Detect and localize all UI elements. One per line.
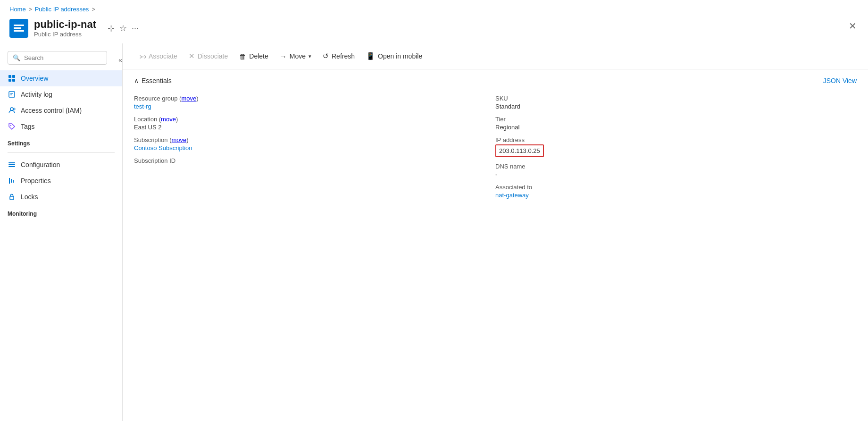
essentials-grid: Resource group (move) test-rg Location (… [134,92,857,202]
move-button[interactable]: → Move ▾ [275,50,316,63]
sidebar: 🔍 « Overview [0,43,123,421]
essentials-right-col: SKU Standard Tier Regional IP address 20… [495,92,857,202]
refresh-button[interactable]: ↺ Refresh [318,49,359,63]
location-move-link[interactable]: move [161,116,176,123]
sidebar-item-overview[interactable]: Overview [0,70,122,86]
refresh-label: Refresh [332,52,355,60]
essentials-chevron-icon: ∧ [134,77,139,84]
essentials-area: ∧ Essentials JSON View Resource group (m… [123,69,868,209]
svg-rect-4 [9,92,15,97]
svg-rect-15 [13,180,14,183]
field-dns-name: DNS name - [495,160,857,181]
monitoring-divider [8,223,115,223]
field-tier: Tier Regional [495,113,857,134]
move-label: Move [290,52,306,60]
sidebar-item-overview-label: Overview [21,75,48,82]
ip-address-label: IP address [495,136,857,143]
svg-rect-11 [8,164,15,165]
subscription-id-label: Subscription ID [134,157,495,164]
delete-label: Delete [249,52,268,60]
dns-name-value: - [495,171,857,178]
associate-button[interactable]: Associate [134,50,182,64]
refresh-icon: ↺ [323,52,329,60]
svg-rect-16 [10,196,14,200]
essentials-toggle[interactable]: ∧ Essentials [134,77,172,84]
move-chevron-icon: ▾ [309,53,311,59]
breadcrumb: Home > Public IP addresses > [0,0,868,15]
breadcrumb-parent[interactable]: Public IP addresses [35,6,89,13]
field-subscription-id: Subscription ID [134,154,495,168]
associated-to-value[interactable]: nat-gateway [495,192,529,199]
tier-value: Regional [495,124,857,131]
breadcrumb-home[interactable]: Home [9,6,26,13]
sidebar-item-iam[interactable]: Access control (IAM) [0,102,122,118]
essentials-label: Essentials [142,77,172,84]
locks-icon [8,193,16,201]
open-mobile-button[interactable]: 📱 Open in mobile [361,49,427,63]
sidebar-item-activity-log[interactable]: Activity log [0,86,122,102]
resource-type: Public IP address [34,31,96,38]
dissociate-button[interactable]: ✕ Dissociate [184,49,233,63]
resource-icon [9,19,28,38]
location-value: East US 2 [134,124,495,131]
json-view-link[interactable]: JSON View [823,77,857,84]
sidebar-item-configuration-label: Configuration [21,161,60,168]
sku-value: Standard [495,103,857,110]
properties-icon [8,177,16,185]
sidebar-item-tags[interactable]: Tags [0,118,122,135]
configuration-icon [8,160,16,169]
sidebar-item-configuration[interactable]: Configuration [0,157,122,173]
sidebar-item-activity-label: Activity log [21,91,52,98]
svg-rect-12 [8,166,15,167]
overview-icon [8,74,16,83]
search-icon: 🔍 [13,54,20,61]
essentials-left-col: Resource group (move) test-rg Location (… [134,92,495,202]
sidebar-item-properties[interactable]: Properties [0,173,122,189]
sku-label: SKU [495,95,857,102]
breadcrumb-sep2: > [92,6,95,13]
svg-rect-13 [9,178,10,184]
sidebar-item-tags-label: Tags [21,123,35,130]
sidebar-item-locks[interactable]: Locks [0,189,122,205]
tags-icon [8,122,16,131]
dissociate-icon: ✕ [189,52,195,60]
settings-divider [8,152,115,153]
svg-rect-1 [12,75,15,78]
collapse-sidebar-button[interactable]: « [118,56,122,64]
monitoring-section-label: Monitoring [0,205,122,219]
favorite-icon[interactable]: ☆ [119,23,127,34]
activity-log-icon [8,90,16,99]
mobile-icon: 📱 [366,52,375,60]
ip-address-value: 203.0.113.0.25 [495,144,544,157]
delete-button[interactable]: 🗑 Delete [234,50,273,63]
resource-group-value[interactable]: test-rg [134,103,151,110]
associate-icon [139,52,146,61]
delete-icon: 🗑 [239,52,246,60]
more-icon[interactable]: ··· [132,23,139,33]
content-area: Associate ✕ Dissociate 🗑 Delete → Move ▾… [123,43,868,421]
settings-section-label: Settings [0,135,122,149]
close-button[interactable]: ✕ [847,18,859,34]
field-location: Location (move) East US 2 [134,113,495,134]
associate-label: Associate [149,52,177,60]
open-mobile-label: Open in mobile [378,52,422,60]
dns-name-label: DNS name [495,163,857,170]
resource-name: public-ip-nat [34,18,96,31]
svg-rect-14 [11,179,12,183]
resource-group-move-link[interactable]: move [181,95,196,102]
svg-rect-3 [12,79,15,82]
field-associated-to: Associated to nat-gateway [495,181,857,202]
search-input[interactable] [24,54,102,61]
sidebar-item-locks-label: Locks [21,193,38,201]
move-icon: → [280,52,287,60]
svg-point-7 [10,108,13,110]
svg-rect-10 [8,162,15,163]
svg-rect-0 [8,75,11,78]
sidebar-item-iam-label: Access control (IAM) [21,107,82,114]
subscription-move-link[interactable]: move [171,136,186,143]
breadcrumb-sep1: > [29,6,32,13]
iam-icon [8,106,16,115]
subscription-value[interactable]: Contoso Subscription [134,144,192,152]
svg-rect-2 [8,79,11,82]
pin-icon[interactable]: ⊹ [108,23,115,34]
